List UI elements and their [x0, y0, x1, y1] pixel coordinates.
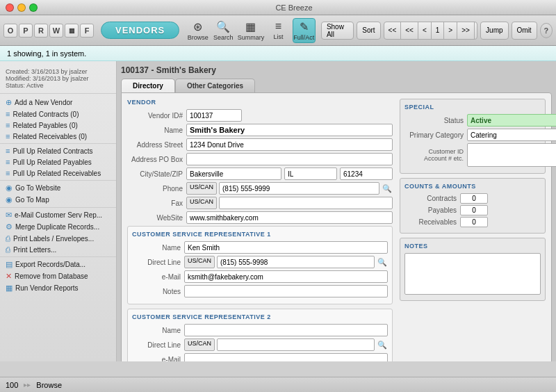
omit-btn[interactable]: Omit [512, 22, 537, 40]
csr2-phone-input[interactable] [217, 338, 375, 351]
tab-other-categories[interactable]: Other Categories [175, 79, 255, 92]
primary-category-input[interactable] [467, 129, 556, 141]
remove-db-label: Remove from Database [15, 272, 88, 280]
vendor-id-input[interactable] [186, 109, 242, 122]
sidebar-item-email-customer[interactable]: ✉ e-Mail Customer Serv Rep... [0, 209, 116, 221]
sidebar-item-related-receivables[interactable]: ≡ Related Receivables (0) [0, 131, 116, 142]
sidebar-item-add-vendor[interactable]: ⊕ Add a New Vendor [0, 97, 116, 108]
city-state-group [186, 168, 393, 180]
phone-label: Phone [127, 185, 186, 193]
address-po-input[interactable] [186, 153, 393, 165]
sidebar-item-pull-contracts[interactable]: ≡ Pull Up Related Contracts [0, 145, 116, 156]
fullact-label: Full/Act [293, 34, 314, 41]
letter-p-btn[interactable]: P [19, 24, 33, 38]
fullact-icon: ✎ [300, 20, 309, 33]
print-labels-label: Print Labels / Envelopes... [13, 235, 94, 243]
zip-input[interactable] [340, 168, 393, 180]
city-state-zip-row: City/State/ZIP [127, 168, 393, 180]
fullact-btn[interactable]: ✎ Full/Act [293, 18, 316, 43]
search-btn[interactable]: 🔍 Search [212, 18, 235, 43]
primary-category-row: Primary Category [404, 129, 541, 141]
run-reports-label: Run Vendor Reports [15, 284, 79, 292]
nav-prev-far-btn[interactable]: << [401, 22, 418, 39]
list-btn[interactable]: ≡ List [267, 18, 290, 43]
csr1-email-input[interactable] [184, 270, 388, 283]
receivables-count-label: Receivables [404, 218, 460, 226]
letter-o-btn[interactable]: O [3, 24, 17, 38]
website-row: WebSite [127, 211, 393, 224]
letter-w-btn[interactable]: W [49, 24, 63, 38]
tab-directory[interactable]: Directory [121, 79, 175, 92]
csr1-phone-search-btn[interactable]: 🔍 [377, 256, 388, 268]
payables-count-value: 0 [460, 205, 488, 215]
letter-grid-btn[interactable]: ▦ [65, 24, 79, 38]
vendor-name-input[interactable] [186, 124, 393, 136]
help-btn[interactable]: ? [540, 23, 553, 38]
reports-icon: ▦ [6, 284, 13, 293]
sidebar-item-go-website[interactable]: ◉ Go To Website [0, 182, 116, 194]
sidebar-item-remove-db[interactable]: ✕ Remove from Database [0, 270, 116, 282]
csr1-notes-row: Notes [132, 285, 388, 297]
phone-search-btn[interactable]: 🔍 [382, 183, 393, 194]
csr2-email-label: e-Mail [132, 356, 184, 362]
sidebar-item-print-letters[interactable]: ⎙ Print Letters... [0, 244, 116, 255]
status-input[interactable] [467, 114, 556, 126]
nav-last-btn[interactable]: >> [475, 22, 477, 39]
browse-btn[interactable]: ⊛ Browse [186, 18, 209, 43]
close-button[interactable] [6, 3, 14, 12]
sidebar-item-pull-payables[interactable]: ≡ Pull Up Related Payables [0, 156, 116, 168]
sidebar-item-related-payables[interactable]: ≡ Related Payables (0) [0, 120, 116, 131]
csr2-email-input[interactable] [184, 353, 388, 361]
customer-id-label: Customer ID Account # etc. [404, 148, 467, 162]
status-row: Status [404, 114, 541, 126]
minimize-button[interactable] [17, 3, 26, 12]
sidebar-item-export[interactable]: ▤ Export Records/Data... [0, 259, 116, 270]
sidebar-item-run-reports[interactable]: ▦ Run Vendor Reports [0, 282, 116, 294]
address-street-input[interactable] [186, 138, 393, 151]
nav-prev-btn[interactable]: < [418, 22, 432, 39]
letter-r-btn[interactable]: R [34, 24, 48, 38]
csr2-name-input[interactable] [184, 324, 388, 336]
fax-input[interactable] [219, 197, 393, 209]
csr1-phone-input[interactable] [217, 256, 375, 268]
notes-textarea[interactable] [404, 253, 541, 295]
primary-category-label: Primary Category [404, 131, 467, 139]
window-controls[interactable] [6, 3, 38, 12]
summary-btn[interactable]: ▦ Summary [238, 18, 265, 43]
nav-next-far-btn[interactable]: >> [457, 22, 475, 39]
maximize-button[interactable] [29, 3, 38, 12]
csr2-section-title: CUSTOMER SERVICE REPRESENTATIVE 2 [132, 313, 388, 320]
website-input[interactable] [186, 211, 393, 224]
sort-btn[interactable]: Sort [357, 22, 380, 40]
status-label: Status [404, 117, 467, 124]
phone-input[interactable] [219, 182, 379, 195]
nav-page-input[interactable]: 1 [432, 22, 445, 39]
csr1-notes-input[interactable] [184, 285, 388, 297]
toolbar: O P R W ▦ F VENDORS ⊛ Browse 🔍 Search ▦ … [0, 15, 556, 46]
print-labels-icon: ⎙ [6, 234, 10, 243]
nav-next-btn[interactable]: > [444, 22, 457, 39]
city-input[interactable] [186, 168, 281, 180]
content-area: 100137 - Smith's Bakery Directory Other … [117, 61, 556, 361]
nav-first-btn[interactable]: << [384, 22, 402, 39]
csr2-phone-search-btn[interactable]: 🔍 [377, 339, 388, 350]
letter-f-btn[interactable]: F [80, 24, 94, 38]
sidebar-item-print-labels[interactable]: ⎙ Print Labels / Envelopes... [0, 233, 116, 244]
payables-count-label: Payables [404, 206, 460, 214]
pull-payables-icon: ≡ [6, 158, 10, 166]
csr2-name-label: Name [132, 327, 184, 334]
state-input[interactable] [284, 168, 337, 180]
jump-btn[interactable]: Jump [480, 22, 508, 40]
summary-icon: ▦ [245, 20, 256, 33]
sidebar-item-go-map[interactable]: ◉ Go To Map [0, 194, 116, 206]
csr1-name-input[interactable] [184, 241, 388, 254]
sidebar: Created: 3/16/2013 by jsalzer Modified: … [0, 61, 117, 361]
city-label: City/State/ZIP [127, 170, 186, 178]
customer-id-input[interactable] [467, 143, 556, 167]
sidebar-item-related-contracts[interactable]: ≡ Related Contracts (0) [0, 108, 116, 120]
modified-meta: Modified: 3/16/2013 by jsalzer [6, 75, 111, 82]
special-section-title: SPECIAL [404, 104, 541, 111]
sidebar-item-merge-dup[interactable]: ⚙ Merge Duplicate Records... [0, 221, 116, 233]
sidebar-item-pull-receivables[interactable]: ≡ Pull Up Related Receivables [0, 168, 116, 179]
show-all-btn[interactable]: Show All [321, 22, 354, 40]
